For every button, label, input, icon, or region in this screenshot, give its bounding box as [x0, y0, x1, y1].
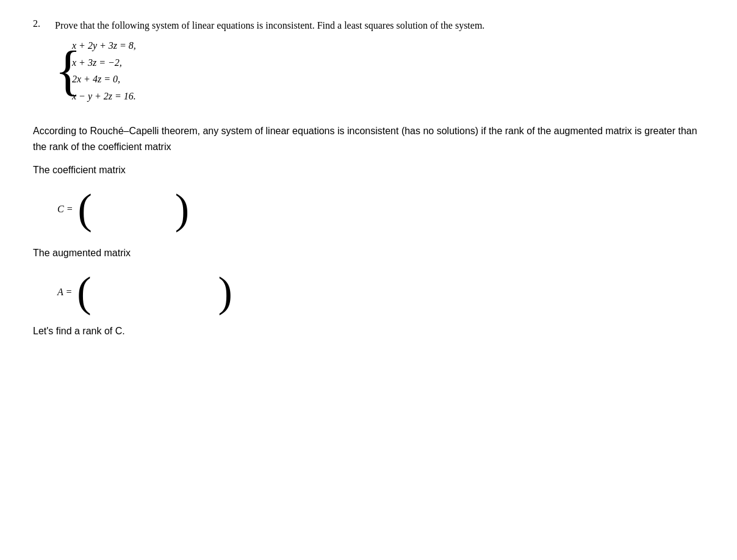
- aug-matrix-label: The augmented matrix: [33, 248, 704, 259]
- page-content: 2. Prove that the following system of li…: [33, 18, 704, 337]
- aug-matrix-grid: [92, 271, 218, 314]
- equations-list: x + 2y + 3z = 8,x + 3z = −2,2x + 4z = 0,…: [72, 38, 136, 104]
- coeff-matrix-label: The coefficient matrix: [33, 165, 704, 176]
- c-label: C =: [57, 204, 73, 215]
- bracket-right-coeff: ): [175, 188, 189, 231]
- a-label: A =: [57, 287, 72, 298]
- coeff-matrix-grid: [92, 188, 175, 231]
- lets-find-text: Let's find a rank of C.: [33, 326, 125, 336]
- theorem-text: According to Rouché–Capelli theorem, any…: [33, 123, 704, 154]
- lets-find: Let's find a rank of C.: [33, 326, 704, 337]
- equation-item: x + 3z = −2,: [72, 55, 136, 71]
- coeff-matrix-container: C = ( ): [57, 188, 704, 231]
- aug-matrix-container: A = ( ): [57, 271, 704, 314]
- problem-intro: Prove that the following system of linea…: [55, 18, 484, 33]
- brace-symbol: {: [55, 43, 81, 98]
- equation-item: 2x + 4z = 0,: [72, 71, 136, 87]
- system-of-equations: { x + 2y + 3z = 8,x + 3z = −2,2x + 4z = …: [55, 38, 136, 104]
- bracket-left-aug: (: [77, 271, 91, 314]
- problem-number: 2.: [33, 18, 48, 29]
- equation-item: x − y + 2z = 16.: [72, 88, 136, 104]
- aug-matrix-brackets: ( ): [77, 271, 232, 314]
- equation-item: x + 2y + 3z = 8,: [72, 38, 136, 54]
- problem-header: 2. Prove that the following system of li…: [33, 18, 704, 109]
- bracket-right-aug: ): [218, 271, 232, 314]
- bracket-left-coeff: (: [77, 188, 92, 231]
- coeff-matrix-brackets: ( ): [77, 188, 189, 231]
